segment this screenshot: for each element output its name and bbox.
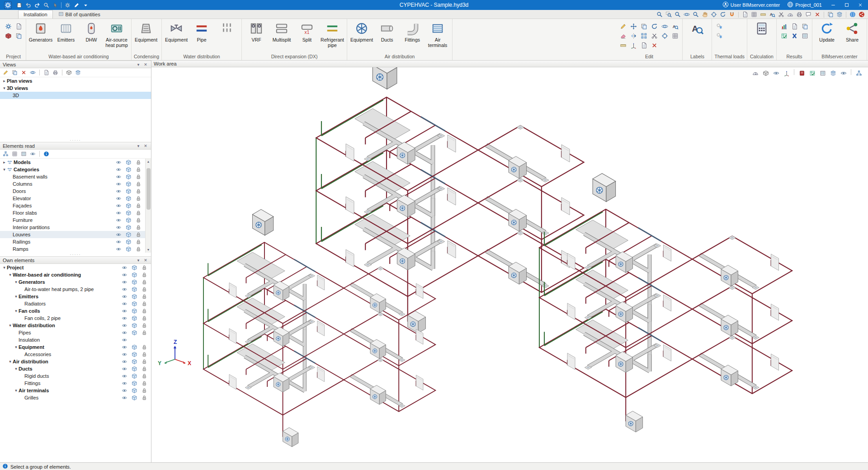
3d-cube-icon[interactable] xyxy=(132,294,137,300)
elements-read-close-icon[interactable]: ✕ xyxy=(142,143,149,149)
visibility-eye-icon[interactable] xyxy=(122,330,127,336)
visibility-eye-icon[interactable] xyxy=(116,196,122,202)
ribbon-item-update[interactable]: Update xyxy=(815,20,839,42)
visibility-eye-icon[interactable] xyxy=(122,395,127,401)
3d-cube-icon[interactable] xyxy=(132,323,137,329)
tree-row[interactable]: Ramps xyxy=(0,245,145,253)
views-close-icon[interactable]: ✕ xyxy=(142,61,149,68)
visibility-eye-icon[interactable] xyxy=(122,366,127,372)
ribbon-item-vrf[interactable]: VRF xyxy=(244,20,269,42)
3d-cube-icon[interactable] xyxy=(132,301,137,307)
tree-row[interactable]: Rigid ducts xyxy=(0,372,151,380)
3d-cube-icon[interactable] xyxy=(132,373,137,379)
3d-cube-icon[interactable] xyxy=(126,232,132,238)
magnet-icon[interactable] xyxy=(727,10,736,19)
app-logo-icon[interactable] xyxy=(2,1,13,9)
globeblue-icon[interactable] xyxy=(848,10,857,19)
lock-icon[interactable] xyxy=(142,315,147,321)
ribbon-item-share[interactable]: Share xyxy=(840,20,864,42)
orbit-icon[interactable] xyxy=(660,22,670,31)
tree-row[interactable]: Interior partitions xyxy=(0,224,145,231)
zoomext-icon[interactable] xyxy=(655,10,664,19)
chevron-down-icon[interactable]: ▾ xyxy=(14,294,19,299)
grid-icon[interactable] xyxy=(670,31,680,40)
visibility-eye-icon[interactable] xyxy=(122,344,127,350)
tree-row[interactable]: ▾Ducts xyxy=(0,365,151,372)
chevron-down-icon[interactable]: ▾ xyxy=(14,367,19,371)
layers-icon[interactable] xyxy=(74,69,82,76)
table-icon[interactable] xyxy=(818,69,827,77)
labela-icon[interactable]: A xyxy=(670,22,680,31)
pencil-icon[interactable] xyxy=(618,22,628,31)
own-elements-close-icon[interactable]: ✕ xyxy=(142,257,149,263)
3d-cube-icon[interactable] xyxy=(126,174,132,180)
layers-icon[interactable] xyxy=(828,69,838,77)
3d-cube-icon[interactable] xyxy=(132,388,137,394)
3d-cube-icon[interactable] xyxy=(126,246,132,252)
3d-cube-icon[interactable] xyxy=(126,217,132,223)
tree-row[interactable]: ▾Emitters xyxy=(0,293,151,300)
ruler-icon[interactable] xyxy=(759,10,768,19)
tree-row[interactable]: Basement walls xyxy=(0,173,145,180)
3d-cube-icon[interactable] xyxy=(126,188,132,194)
ribbon-item-equipment[interactable]: Equipment xyxy=(349,20,374,42)
bimserver-user[interactable]: User BIMserver.center xyxy=(720,1,783,9)
move-icon[interactable] xyxy=(628,22,638,31)
chevron-down-icon[interactable]: ▾ xyxy=(2,167,7,172)
ribbon-item-risers[interactable] xyxy=(215,20,239,37)
pan-icon[interactable] xyxy=(700,10,709,19)
3d-cube-icon[interactable] xyxy=(132,315,137,321)
visibility-eye-icon[interactable] xyxy=(122,373,127,379)
protractor-icon[interactable] xyxy=(786,10,795,19)
3d-cube-icon[interactable] xyxy=(126,181,132,187)
tree-row[interactable]: ▾3D views xyxy=(0,85,151,92)
tree-row[interactable]: Elevator xyxy=(0,195,145,202)
tree-row[interactable]: ▾Water-based air conditioning xyxy=(0,271,151,278)
mirror-icon[interactable] xyxy=(628,31,638,40)
lock-icon[interactable] xyxy=(136,181,142,187)
table-icon[interactable] xyxy=(19,150,28,158)
ribbon-item-equipment[interactable]: Equipment xyxy=(164,20,189,42)
tree-row[interactable]: ▸Models xyxy=(0,159,145,166)
checkgrid-icon[interactable] xyxy=(779,31,789,40)
protractor-icon[interactable] xyxy=(750,69,760,77)
visibility-eye-icon[interactable] xyxy=(116,188,122,194)
lock-icon[interactable] xyxy=(136,217,142,223)
orbit-icon[interactable] xyxy=(682,10,691,19)
3d-cube-icon[interactable] xyxy=(132,265,137,271)
lock-icon[interactable] xyxy=(142,272,147,278)
cube3d-icon[interactable] xyxy=(761,69,770,77)
scroll-up-icon[interactable]: ▲ xyxy=(146,159,151,164)
panel-splitter[interactable]: ····· xyxy=(0,138,151,142)
3d-cube-icon[interactable] xyxy=(132,395,137,401)
scroll-thumb[interactable] xyxy=(146,168,151,210)
tree-row[interactable]: Accessories xyxy=(0,351,151,358)
3d-cube-icon[interactable] xyxy=(132,352,137,357)
chevron-down-icon[interactable]: ▾ xyxy=(14,345,19,349)
eye-icon[interactable] xyxy=(839,69,848,77)
ribbon-item-dhw[interactable]: DHW xyxy=(79,20,104,42)
labela-icon[interactable]: A xyxy=(768,10,777,19)
lock-icon[interactable] xyxy=(142,308,147,314)
visibility-eye-icon[interactable] xyxy=(122,315,127,321)
ribbon-item-multisplit[interactable]: Multisplit xyxy=(269,20,294,42)
target-icon[interactable] xyxy=(709,10,718,19)
rotate-icon[interactable] xyxy=(718,10,727,19)
chevron-right-icon[interactable]: ▸ xyxy=(2,160,7,164)
grid-icon[interactable] xyxy=(750,10,759,19)
doc-icon[interactable] xyxy=(639,41,649,50)
redo-icon[interactable] xyxy=(33,1,42,9)
doc-icon[interactable] xyxy=(42,69,51,76)
lock-icon[interactable] xyxy=(142,301,147,307)
chevron-down-icon[interactable]: ▾ xyxy=(8,359,13,364)
3d-cube-icon[interactable] xyxy=(126,203,132,209)
rotate-icon[interactable] xyxy=(649,22,659,31)
visibility-eye-icon[interactable] xyxy=(116,181,122,187)
lock-icon[interactable] xyxy=(136,174,142,180)
visibility-eye-icon[interactable] xyxy=(122,359,127,365)
printer-icon[interactable] xyxy=(795,10,804,19)
cube3d-icon[interactable] xyxy=(65,69,73,76)
tree-row[interactable]: ▾Categories xyxy=(0,166,145,173)
zoomwin-icon[interactable] xyxy=(664,10,673,19)
tree-row[interactable]: ▾Equipment xyxy=(0,343,151,351)
